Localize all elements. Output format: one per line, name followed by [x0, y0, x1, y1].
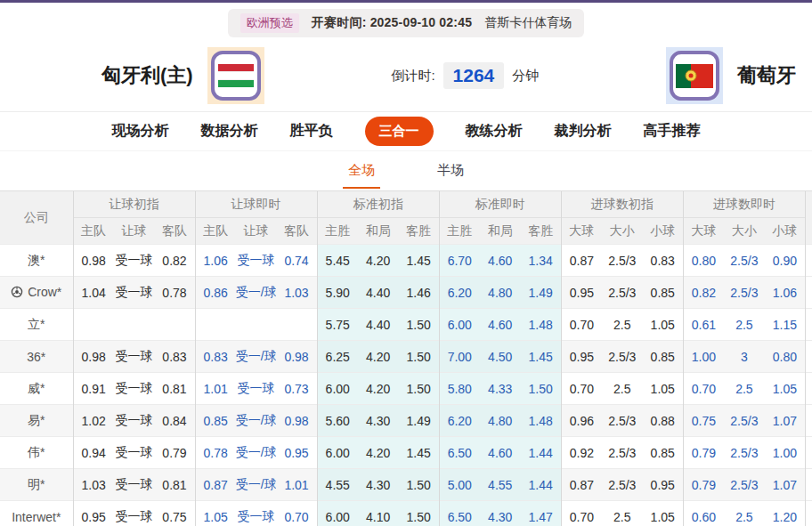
- odds-cell: 5.00: [439, 469, 480, 501]
- odds-cell: 0.85: [643, 437, 684, 469]
- spacer-cell: [805, 373, 812, 405]
- away-team: 葡萄牙: [666, 47, 796, 104]
- odds-cell: 6.50: [439, 437, 480, 469]
- odds-cell: 2.5/3: [724, 405, 765, 437]
- group-header-4: 进球数初指: [561, 191, 683, 218]
- company-column-header: 公司: [0, 191, 73, 245]
- nav-tabs: 现场分析数据分析胜平负三合一教练分析裁判分析高手推荐: [0, 111, 812, 151]
- odds-cell: 0.80: [765, 341, 806, 373]
- away-team-name: 葡萄牙: [737, 62, 796, 89]
- odds-cell: 6.70: [439, 245, 480, 277]
- odds-cell: 1.46: [399, 277, 440, 309]
- countdown: 倒计时: 1264 分钟: [264, 62, 666, 89]
- odds-cell: 0.88: [643, 405, 684, 437]
- nav-tab-0[interactable]: 现场分析: [112, 122, 169, 141]
- odds-cell: 0.85: [195, 405, 236, 437]
- odds-cell: 1.34: [521, 245, 562, 277]
- hungary-flag-icon: [207, 47, 264, 104]
- odds-cell: 4.80: [480, 405, 521, 437]
- odds-cell: 1.06: [765, 277, 806, 309]
- odds-cell: 0.78: [195, 437, 236, 469]
- odds-cell: 1.50: [399, 309, 440, 341]
- odds-cell: 1.05: [195, 501, 236, 526]
- odds-cell: 受一球: [114, 437, 155, 469]
- odds-cell: 0.70: [276, 501, 317, 526]
- subcol-header: 让球: [236, 218, 277, 245]
- odds-cell: 0.79: [154, 437, 195, 469]
- odds-row-2: 立*5.754.401.506.004.601.480.702.51.050.6…: [0, 309, 812, 341]
- odds-cell: 1.48: [521, 309, 562, 341]
- company-name: 36*: [27, 350, 45, 364]
- odds-cell: 0.82: [154, 245, 195, 277]
- odds-cell: 0.81: [154, 373, 195, 405]
- odds-cell: 0.85: [643, 341, 684, 373]
- odds-cell: [195, 309, 236, 341]
- odds-cell: 2.5: [724, 501, 765, 526]
- home-team: 匈牙利(主): [102, 47, 264, 104]
- subtab-1[interactable]: 半场: [432, 162, 469, 189]
- odds-cell: 4.80: [480, 277, 521, 309]
- odds-cell: 1.45: [521, 341, 562, 373]
- odds-cell: 0.91: [73, 373, 114, 405]
- odds-cell: 4.10: [358, 501, 399, 526]
- odds-cell: 4.40: [358, 277, 399, 309]
- odds-cell: 0.95: [276, 437, 317, 469]
- odds-cell: 1.06: [195, 245, 236, 277]
- odds-cell: 2.5/3: [724, 245, 765, 277]
- odds-cell: 6.20: [439, 405, 480, 437]
- odds-cell: 0.79: [683, 437, 724, 469]
- odds-cell: 1.20: [765, 501, 806, 526]
- odds-table: 公司让球初指让球即时标准初指标准即时进球数初指进球数即时主队让球客队主队让球客队…: [0, 190, 812, 526]
- odds-cell: 0.98: [276, 405, 317, 437]
- odds-cell: 4.60: [480, 437, 521, 469]
- odds-cell: 0.78: [154, 277, 195, 309]
- odds-cell: 0.98: [73, 245, 114, 277]
- subtab-0[interactable]: 全场: [343, 162, 380, 189]
- subcol-header: 客胜: [399, 218, 440, 245]
- subcol-header: 大球: [683, 218, 724, 245]
- subcol-header: 大小: [602, 218, 643, 245]
- nav-tab-3[interactable]: 三合一: [365, 117, 434, 146]
- odds-cell: 2.5/3: [724, 437, 765, 469]
- kickoff-time: 开赛时间: 2025-09-10 02:45: [312, 15, 472, 31]
- odds-cell: 0.73: [276, 373, 317, 405]
- odds-cell: 5.75: [317, 309, 358, 341]
- nav-tab-6[interactable]: 高手推荐: [644, 122, 701, 141]
- odds-cell: 0.92: [561, 437, 602, 469]
- odds-cell: 0.87: [561, 245, 602, 277]
- odds-cell: 受一球: [114, 245, 155, 277]
- nav-tab-1[interactable]: 数据分析: [201, 122, 258, 141]
- odds-cell: 1.05: [643, 501, 684, 526]
- subcol-header: 大小: [724, 218, 765, 245]
- odds-cell: 受一/球半: [236, 437, 277, 469]
- odds-cell: 1.01: [195, 373, 236, 405]
- subcol-header: 和局: [358, 218, 399, 245]
- flag-frame: [211, 51, 261, 101]
- portugal-flag-field: [676, 64, 713, 88]
- company-name: 伟*: [28, 445, 45, 461]
- odds-cell: 4.33: [480, 373, 521, 405]
- odds-cell: 受一球: [114, 469, 155, 501]
- nav-tab-4[interactable]: 教练分析: [466, 122, 523, 141]
- odds-cell: 4.30: [358, 405, 399, 437]
- spacer-cell: [805, 405, 812, 437]
- subcol-header: 客队: [276, 218, 317, 245]
- odds-cell: 0.85: [643, 277, 684, 309]
- nav-tab-2[interactable]: 胜平负: [290, 122, 333, 141]
- nav-tab-5[interactable]: 裁判分析: [555, 122, 612, 141]
- odds-cell: 0.83: [643, 245, 684, 277]
- odds-row-8: Interwet*0.95受一球0.751.05受一球0.706.004.101…: [0, 501, 812, 526]
- odds-cell: [236, 309, 277, 341]
- subcol-header: 客队: [154, 218, 195, 245]
- subcol-header: 大球: [561, 218, 602, 245]
- odds-cell: 2.5/3: [602, 277, 643, 309]
- odds-cell: 1.50: [399, 373, 440, 405]
- spacer-cell: [805, 437, 812, 469]
- odds-cell: 0.61: [683, 309, 724, 341]
- company-cell: Crow*: [0, 277, 73, 309]
- league-badge[interactable]: 欧洲预选: [240, 13, 299, 33]
- odds-cell: 0.80: [683, 245, 724, 277]
- odds-cell: 2.5/3: [724, 469, 765, 501]
- soccer-ball-icon: [11, 286, 23, 298]
- odds-row-6: 伟*0.94受一球0.790.78受一/球半0.956.004.201.456.…: [0, 437, 812, 469]
